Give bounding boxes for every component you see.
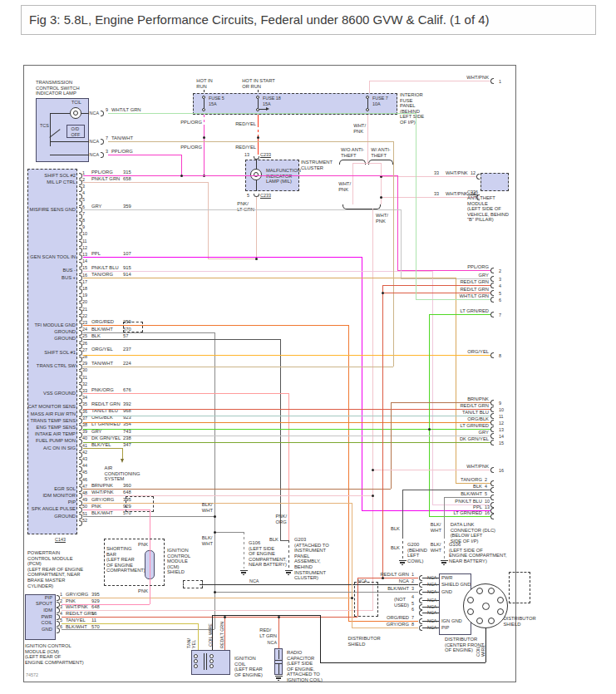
- pin-connector: [490, 78, 494, 84]
- splice-dot: [214, 515, 216, 518]
- pcm-pin-number: 19: [82, 293, 87, 298]
- icm-circuit-number: 395: [91, 592, 100, 598]
- wire-blk: [280, 339, 281, 540]
- ac-arrow-icon: [121, 459, 124, 465]
- edge-connector-number: 1: [499, 79, 501, 85]
- pcm-wire-name: BRN/PNK: [91, 483, 113, 489]
- wire-ppl-org: [204, 115, 205, 126]
- wire-blk-wht: [444, 536, 445, 559]
- pcm-pin-number: 26: [82, 341, 87, 347]
- pcm-signal-label: PIP: [68, 500, 76, 505]
- wire-nca: [50, 113, 70, 114]
- wire-gry-org: [352, 628, 418, 628]
- wire-blk: [83, 339, 280, 340]
- connector-label: C143: [55, 537, 66, 543]
- wire-lt-grn-red: [429, 516, 490, 517]
- wire-blk-wht: [214, 592, 418, 593]
- wire-label: NCA: [268, 640, 277, 646]
- wire-ppl-org: [181, 155, 182, 175]
- pin-connector: [490, 502, 494, 508]
- pcm-pin-number: 49: [82, 497, 87, 503]
- edge-wire-name: GRY: [479, 273, 489, 278]
- wire-ppl: [362, 257, 362, 510]
- wire-nca: [50, 155, 89, 155]
- ground-g106-label: G106 (LEFT SIDE OF ENGINE COMPARTMENT, N…: [449, 542, 507, 564]
- ground-g106-label: G106 (LEFT SIDE OF ENGINE COMPARTMENT, N…: [249, 540, 287, 568]
- pcm-label: POWERTRAIN CONTROL MODULE (PCM) (LEFT RE…: [27, 550, 83, 588]
- pin-connector: [490, 268, 494, 273]
- edge-wire-name: ORG/BLK: [467, 416, 489, 422]
- splice-dot: [214, 591, 216, 593]
- page: { "title": "Fig 3: 5.8L, Engine Performa…: [0, 0, 616, 694]
- tcs-switch-label: TCS: [40, 123, 49, 129]
- wire-label: BLK/ WHT: [202, 502, 213, 513]
- icm-wire-name: BLK/WHT: [66, 624, 87, 630]
- icm-wire-name: GRY/ORG: [66, 592, 88, 598]
- pcm-signal-label: VSS GROUND: [43, 391, 76, 396]
- pcm-signal-label: A/C ON IN SIG: [43, 445, 76, 451]
- wire-tan-yel: [198, 623, 199, 650]
- wire-label: 13: [244, 152, 249, 158]
- edge-wire-name: PPL/ORG: [467, 264, 489, 270]
- wire-label: BLK: [391, 545, 400, 551]
- tcs-label: TRANSMISSION CONTROL SWITCH INDICATOR LA…: [36, 80, 80, 96]
- wire-nca: [204, 99, 205, 108]
- coil-winding-icon: [209, 654, 214, 658]
- wire-blk-wht: [444, 497, 445, 536]
- wire-nca: [422, 621, 439, 622]
- pcm-signal-label: MASS AIR FLW RTN: [31, 411, 76, 417]
- fuse-arrow-icon: [266, 107, 271, 111]
- pin-connector: [490, 312, 494, 317]
- wire-wht-pnk: [369, 81, 490, 81]
- edge-wire-name: ORG/YEL: [467, 349, 489, 355]
- wire-label: 9: [106, 107, 108, 113]
- wire-nca: [256, 160, 257, 169]
- wire-nca: [278, 664, 279, 674]
- icm-circuit-number: 16: [91, 611, 96, 617]
- wire-brn-pnk: [391, 402, 392, 489]
- power-source-label: HOT IN START OR RUN: [242, 78, 275, 89]
- pcm-pin-number: 8: [82, 218, 85, 224]
- pcm-signal-label: GROUND: [54, 329, 76, 335]
- wire-gry: [83, 436, 490, 436]
- pin-connector: [476, 174, 480, 180]
- edge-wire-name: DK GRN/YEL: [460, 436, 489, 442]
- wire-label: RED/YEL: [235, 121, 256, 127]
- icm-label: IGNITION CONTROL MODULE (ICM) (LEFT REAR…: [25, 643, 84, 665]
- distributor-pin-number: 7: [411, 615, 414, 621]
- pin-connector: [490, 514, 494, 519]
- wire-label: WHT/ PNK: [338, 181, 351, 192]
- coil-wire-label: COIL WIRE: [208, 623, 213, 647]
- pcm-signal-label: TRANS TEMP SENS: [30, 418, 76, 424]
- pcm-wire-name: GRY/ORG: [91, 497, 114, 503]
- wire-gry-org: [83, 503, 352, 504]
- connector-label: C233: [260, 193, 271, 199]
- pcm-pin-number: 12: [82, 245, 87, 251]
- pcm-pin-number: 25: [82, 333, 87, 339]
- pcm-wire-name: PNK/LT BLU: [91, 265, 119, 271]
- wire-label: WHT/ PNK: [376, 213, 388, 224]
- wire-label-vertical: RED/LT GRN: [219, 622, 224, 648]
- pcm-circuit-number: 107: [123, 251, 131, 257]
- wire-shield-box: [183, 580, 203, 588]
- wire-gry: [401, 209, 402, 278]
- instrument-cluster-label: INSTRUMENT CLUSTER: [301, 160, 333, 170]
- wire-label: WHT/LT GRN: [111, 107, 141, 113]
- icm-shield-label: IGNITION CONTROL MODULE (ICM) SHIELD: [167, 548, 190, 575]
- splice-dot: [372, 495, 374, 497]
- pcm-pin-number: 17: [82, 279, 87, 285]
- wire-ppl-org: [397, 175, 398, 270]
- edge-connector-number: 12: [499, 421, 504, 426]
- pcm-wire-name: GRY: [91, 204, 101, 209]
- edge-connector-number: 11: [499, 414, 504, 420]
- pcm-signal-label: INTAKE AIR TEMP: [35, 431, 76, 437]
- pin-connector: [490, 480, 494, 486]
- pcm-pin-number: 21: [82, 307, 87, 313]
- pcm-signal-label: CAT MONITOR SENS: [28, 404, 76, 410]
- distributor-wire-name: NCA: [399, 578, 409, 584]
- wire-blk-yel: [83, 448, 122, 449]
- pcm-wire-name: BLK: [91, 333, 101, 339]
- edge-connector-number: 14: [499, 434, 504, 440]
- pcm-circuit-number: 914: [123, 272, 131, 278]
- wire-org-red: [348, 325, 349, 621]
